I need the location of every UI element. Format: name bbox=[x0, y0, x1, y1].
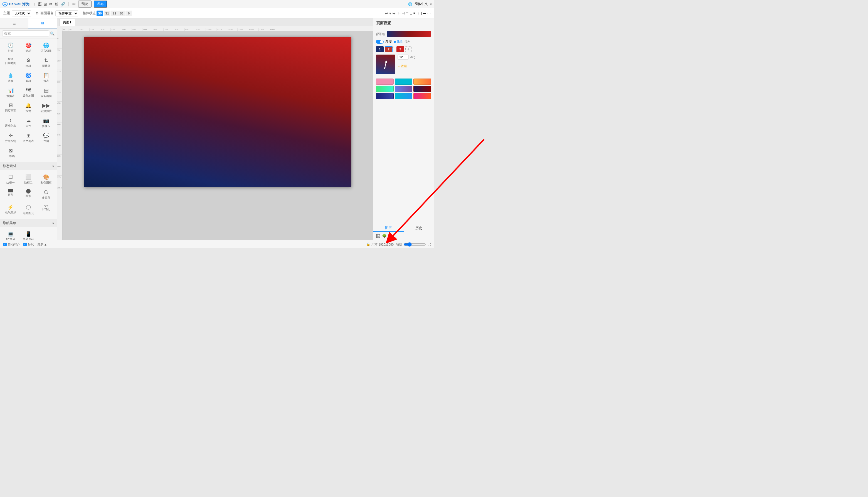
search-input[interactable] bbox=[2, 30, 49, 37]
preview-button[interactable]: 预览 bbox=[78, 1, 91, 8]
screen-lang-select[interactable]: 简体中文 bbox=[55, 10, 78, 16]
preset-cyan[interactable] bbox=[395, 79, 413, 85]
align-center-v-icon[interactable]: ≡ bbox=[413, 11, 415, 15]
widget-color-icon[interactable]: 🎨 彩色图标 bbox=[38, 172, 55, 186]
layers-tab[interactable]: 图层 bbox=[373, 224, 404, 232]
redo-button[interactable]: ↪ bbox=[392, 11, 396, 16]
auto-align-check[interactable]: 自动对齐 bbox=[3, 242, 20, 246]
widget-qrcode[interactable]: ⊠ 二维码 bbox=[2, 146, 19, 160]
state-s3-button[interactable]: S3 bbox=[118, 11, 125, 16]
widget-frame1[interactable]: ☐ 边框一 bbox=[2, 172, 19, 186]
preset-blue-grad[interactable] bbox=[376, 93, 394, 99]
layer-list-icon[interactable]: 🖼 bbox=[376, 234, 380, 238]
publish-button[interactable]: 发布 bbox=[94, 1, 107, 8]
preset-lightblue-grad[interactable] bbox=[395, 93, 413, 99]
zoom-slider[interactable] bbox=[404, 242, 426, 247]
preset-purple-grad[interactable] bbox=[395, 86, 413, 92]
widget-web-screen[interactable]: 🖥 网页画面 bbox=[2, 101, 19, 115]
table-icon[interactable]: ⊞ bbox=[44, 2, 47, 6]
widget-datatable[interactable]: 📊 数据表 bbox=[2, 86, 19, 100]
radial-label[interactable]: 径向 bbox=[404, 40, 411, 44]
widget-alarm[interactable]: 🔔 报警 bbox=[20, 101, 37, 115]
state-0-button[interactable]: 0 bbox=[126, 11, 132, 16]
static-assets-section-header[interactable]: 静态素材 ▾ bbox=[0, 162, 57, 170]
topbar-expand-icon[interactable]: ▾ bbox=[430, 2, 432, 6]
nav-section-header[interactable]: 导航菜单 ▾ bbox=[0, 219, 57, 227]
theme-select[interactable]: 无样式 bbox=[12, 10, 31, 16]
ruler-check[interactable]: 标尺 bbox=[24, 242, 34, 246]
grad-stop-2[interactable]: 2 bbox=[385, 46, 393, 52]
auto-align-checkbox[interactable] bbox=[3, 243, 7, 246]
image-icon[interactable]: 🖼 bbox=[38, 2, 42, 6]
widget-html[interactable]: </> HTML bbox=[38, 202, 55, 217]
widget-device-screen[interactable]: ▤ 设备画面 bbox=[38, 86, 55, 100]
widget-fan[interactable]: 🌀 风机 bbox=[20, 71, 37, 85]
text-icon[interactable]: T bbox=[33, 2, 35, 6]
widget-pump[interactable]: 💧 水泵 bbox=[2, 71, 19, 85]
widget-frame2[interactable]: ⬜ 边框二 bbox=[20, 172, 37, 186]
settings-icon[interactable]: ⚙ bbox=[35, 11, 39, 15]
grad-stop-2-close[interactable]: × bbox=[392, 46, 394, 49]
canvas-viewport[interactable] bbox=[63, 31, 373, 240]
widget-polygon[interactable]: ⬠ 多边形 bbox=[38, 187, 55, 201]
undo-button[interactable]: ↩ bbox=[385, 11, 388, 16]
widget-clock[interactable]: 🕐 时钟 bbox=[2, 41, 19, 55]
degree-input[interactable] bbox=[398, 55, 409, 60]
align-top-icon[interactable]: ⊥ bbox=[410, 11, 412, 15]
widget-pc-nav[interactable]: 💻 PC导航 bbox=[2, 229, 19, 240]
search-icon[interactable]: 🔍 bbox=[50, 31, 55, 36]
preset-pink[interactable] bbox=[376, 79, 394, 85]
sidebar-tab-components[interactable]: ☰ bbox=[0, 18, 28, 28]
preset-green-grad[interactable] bbox=[376, 86, 394, 92]
gradient-toggle[interactable] bbox=[376, 40, 384, 44]
widget-direction[interactable]: ✛ 方向控制 bbox=[2, 131, 19, 145]
grad-stop-3[interactable]: 3 bbox=[396, 46, 404, 52]
chain-icon[interactable]: 🔗 bbox=[60, 2, 65, 6]
widget-camera[interactable]: 📷 摄像头 bbox=[38, 116, 55, 130]
layers-icon[interactable]: ⧉ bbox=[49, 2, 52, 6]
widget-device-map[interactable]: 🗺 设备地图 bbox=[20, 86, 37, 100]
widget-bubble[interactable]: 💬 气泡 bbox=[38, 131, 55, 145]
history-tab[interactable]: 历史 bbox=[404, 224, 434, 232]
widget-circle[interactable]: 圆形 bbox=[20, 187, 37, 201]
align-bottom-icon[interactable]: ⋮ bbox=[416, 11, 420, 15]
widget-scroll-list[interactable]: ↕ 滚动列表 bbox=[2, 116, 19, 130]
sidebar-tab-widgets[interactable]: ⊞ bbox=[28, 18, 57, 28]
widget-report[interactable]: 📋 报表 bbox=[38, 71, 55, 85]
widget-datetime[interactable]: 8:I3 日期时间 bbox=[2, 56, 19, 70]
distribute-v-icon[interactable]: — bbox=[423, 11, 426, 15]
align-center-h-icon[interactable]: ⊣ bbox=[402, 11, 404, 15]
align-right-icon[interactable]: ⊤ bbox=[406, 11, 408, 15]
preset-magenta-grad[interactable] bbox=[413, 93, 431, 99]
state-s0-button[interactable]: S0 bbox=[97, 11, 103, 16]
eye-icon[interactable]: 👁 bbox=[72, 2, 76, 6]
align-left-icon[interactable]: ⊢ bbox=[398, 11, 401, 15]
canvas-frame[interactable] bbox=[84, 37, 351, 187]
grad-stop-add[interactable]: + bbox=[405, 46, 411, 52]
widget-weather[interactable]: ☁ 天气 bbox=[20, 116, 37, 130]
widget-carousel[interactable]: ▶▶ 轮播插件 bbox=[38, 101, 55, 115]
grad-stop-1[interactable]: 1 bbox=[376, 46, 384, 52]
widget-circuit[interactable]: 〇 电路图元 bbox=[20, 202, 37, 217]
preset-darkred-grad[interactable] bbox=[413, 86, 431, 92]
widget-rect[interactable]: 矩形 bbox=[2, 187, 19, 201]
zoom-fullscreen-icon[interactable]: ⛶ bbox=[428, 243, 431, 246]
link-icon[interactable]: ⛓ bbox=[54, 2, 58, 6]
more-align-icon[interactable]: ⋯ bbox=[427, 11, 431, 15]
lang-label[interactable]: 简体中文 bbox=[414, 2, 428, 6]
widget-cursor[interactable]: 🎯 游标 bbox=[20, 41, 37, 55]
widget-lang-switch[interactable]: 🌐 语言切换 bbox=[38, 41, 55, 55]
widget-elec-icon[interactable]: ⚡ 电气图标 bbox=[2, 202, 19, 217]
state-s2-button[interactable]: S2 bbox=[111, 11, 118, 16]
collect-button[interactable]: ☆ 收藏 bbox=[398, 64, 415, 68]
distribute-h-icon[interactable]: | bbox=[421, 11, 422, 15]
color-preview-box[interactable] bbox=[376, 55, 395, 74]
linear-radio[interactable]: 线性 bbox=[394, 40, 403, 44]
preset-orange-grad[interactable] bbox=[413, 79, 431, 85]
bg-color-bar[interactable] bbox=[387, 31, 431, 37]
widget-img-text-list[interactable]: ⊞ 图文列表 bbox=[20, 131, 37, 145]
widget-motor[interactable]: ⚙ 电机 bbox=[20, 56, 37, 70]
ruler-checkbox[interactable] bbox=[24, 243, 27, 246]
canvas-tab-page1[interactable]: 页面1 bbox=[59, 19, 75, 26]
more-button[interactable]: 更多 ▲ bbox=[37, 242, 47, 246]
